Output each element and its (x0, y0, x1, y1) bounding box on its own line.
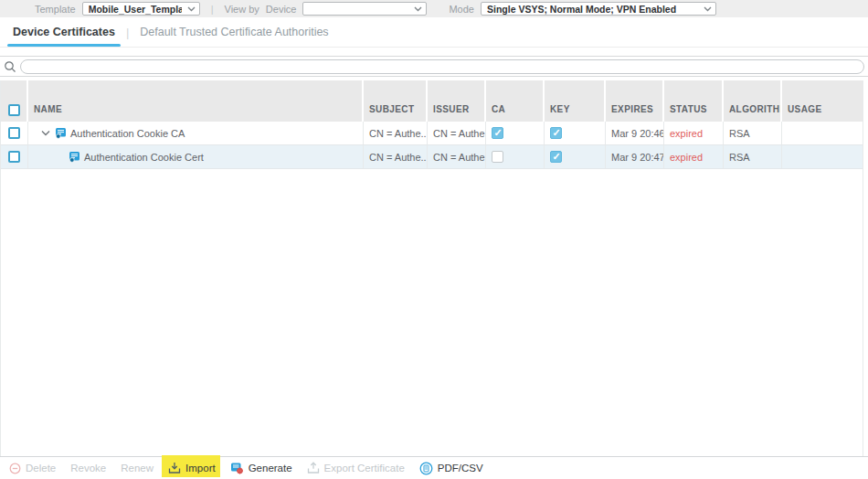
tab-bar: Device Certificates | Default Trusted Ce… (0, 17, 868, 48)
subject-cell: CN = Authe... (364, 122, 428, 144)
row-checkbox[interactable] (8, 151, 20, 163)
renew-button[interactable]: Renew (121, 463, 153, 474)
ca-checkbox[interactable] (492, 151, 503, 163)
issuer-cell: CN = Authe... (428, 145, 486, 168)
device-label: Device (266, 4, 297, 15)
generate-label: Generate (249, 463, 292, 474)
select-all-checkbox[interactable] (8, 104, 20, 116)
column-header-key[interactable]: KEY (545, 80, 606, 122)
collapse-chevron-icon[interactable] (41, 130, 50, 136)
tab-default-trusted-certificate-authorities[interactable]: Default Trusted Certificate Authorities (134, 17, 333, 47)
usage-cell (782, 122, 863, 144)
usage-cell (782, 145, 863, 168)
delete-icon (9, 463, 21, 474)
export-certificate-label: Export Certificate (324, 463, 405, 474)
device-select[interactable] (302, 2, 427, 16)
status-badge: expired (664, 145, 724, 168)
renew-label: Renew (121, 463, 153, 474)
algorithm-cell: RSA (724, 122, 782, 144)
key-checkbox[interactable] (550, 127, 562, 139)
status-badge: expired (664, 122, 724, 144)
ca-cell (486, 122, 545, 144)
row-checkbox[interactable] (8, 127, 20, 139)
import-icon (168, 462, 181, 474)
generate-icon (230, 462, 244, 474)
column-header-status[interactable]: STATUS (664, 80, 724, 122)
certificate-name[interactable]: Authentication Cookie Cert (84, 152, 204, 163)
mode-select-value: Single VSYS; Normal Mode; VPN Enabled (487, 4, 676, 15)
certificate-icon (69, 151, 80, 163)
pdf-csv-label: PDF/CSV (438, 463, 483, 474)
delete-button[interactable]: Delete (9, 463, 56, 474)
issuer-cell: CN = Authe... (428, 122, 486, 144)
column-header-name[interactable]: NAME (28, 80, 364, 122)
table-header-row: NAME SUBJECT ISSUER CA KEY EXPIRES STATU… (1, 80, 863, 122)
name-cell: Authentication Cookie CA (28, 122, 364, 144)
template-select-value: Mobile_User_Template (89, 4, 182, 15)
column-header-ca[interactable]: CA (486, 80, 545, 122)
certificates-table: NAME SUBJECT ISSUER CA KEY EXPIRES STATU… (0, 80, 863, 456)
ca-cell (486, 145, 545, 168)
table-row[interactable]: Authentication Cookie CA CN = Authe... C… (1, 122, 863, 145)
column-header-expires[interactable]: EXPIRES (606, 80, 664, 122)
import-button[interactable]: Import (168, 462, 216, 474)
row-select-cell (1, 122, 28, 144)
generate-button[interactable]: Generate (230, 462, 292, 474)
name-cell: Authentication Cookie Cert (28, 145, 364, 168)
context-bar: Template Mobile_User_Template | View by … (0, 0, 868, 17)
export-icon (307, 462, 320, 474)
select-all-cell (1, 80, 28, 122)
column-header-subject[interactable]: SUBJECT (364, 80, 428, 122)
row-select-cell (1, 145, 28, 168)
chevron-down-icon (187, 6, 196, 12)
mode-label: Mode (449, 4, 474, 15)
key-checkbox[interactable] (550, 151, 562, 163)
mode-select[interactable]: Single VSYS; Normal Mode; VPN Enabled (481, 2, 716, 16)
search-input[interactable] (20, 59, 864, 74)
import-label: Import (185, 463, 216, 474)
key-cell (545, 122, 606, 144)
algorithm-cell: RSA (724, 145, 782, 168)
column-header-usage[interactable]: USAGE (782, 80, 863, 122)
pdf-csv-button[interactable]: PDF/CSV (419, 462, 483, 475)
pdf-csv-icon (419, 462, 433, 475)
expires-cell: Mar 9 20:47... (606, 145, 664, 168)
search-icon (4, 60, 16, 73)
table-row[interactable]: Authentication Cookie Cert CN = Authe...… (1, 145, 863, 169)
export-certificate-button[interactable]: Export Certificate (307, 462, 405, 474)
tab-divider: | (126, 26, 129, 39)
chevron-down-icon (704, 6, 712, 12)
table-empty-area (1, 169, 863, 456)
footer-toolbar: Delete Revoke Renew Import Generate Expo… (0, 456, 868, 479)
device-certificates-page: Template Mobile_User_Template | View by … (0, 0, 868, 479)
key-cell (545, 145, 606, 168)
column-header-algorithm[interactable]: ALGORITHM (724, 80, 782, 122)
expires-cell: Mar 9 20:46... (606, 122, 664, 144)
certificate-icon (55, 127, 67, 139)
revoke-label: Revoke (70, 463, 106, 474)
delete-label: Delete (26, 463, 56, 474)
column-header-issuer[interactable]: ISSUER (428, 80, 486, 122)
template-select[interactable]: Mobile_User_Template (82, 2, 200, 16)
ca-checkbox[interactable] (492, 127, 503, 139)
search-bar (0, 56, 868, 77)
certificate-name[interactable]: Authentication Cookie CA (70, 128, 185, 139)
view-by-label: View by (225, 4, 259, 15)
tab-device-certificates[interactable]: Device Certificates (7, 17, 121, 47)
subject-cell: CN = Authe... (364, 145, 428, 168)
revoke-button[interactable]: Revoke (70, 463, 106, 474)
chevron-down-icon (414, 6, 422, 12)
divider: | (211, 4, 214, 15)
template-label: Template (35, 4, 76, 15)
